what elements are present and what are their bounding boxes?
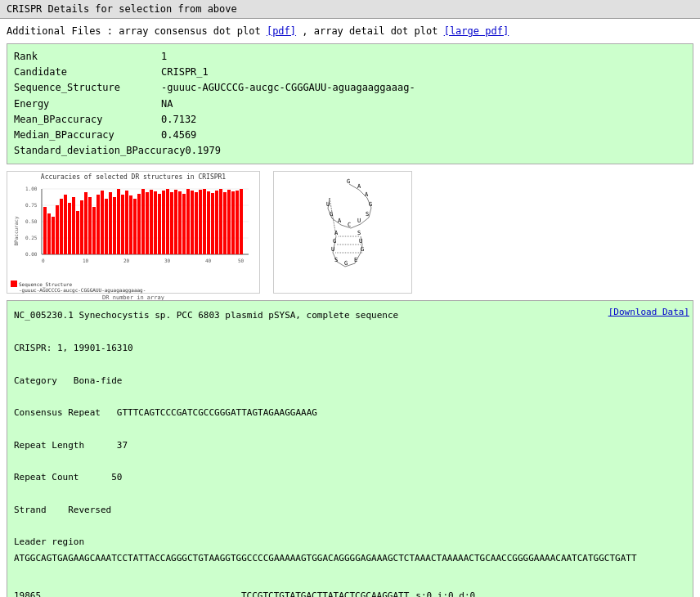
repeat-length-value: 37 — [117, 440, 128, 451]
svg-line-90 — [361, 218, 369, 224]
svg-rect-55 — [219, 189, 222, 254]
repeat-count-label: Repeat Count — [14, 472, 79, 483]
large-pdf-link[interactable]: [large pdf] — [444, 25, 509, 37]
svg-rect-12 — [43, 207, 47, 254]
structure-chart: G A A G S U C A G U A S G U U G S G E — [273, 171, 412, 294]
info-box: Rank 1 Candidate CRISPR_1 Sequence_Struc… — [7, 43, 693, 164]
svg-line-91 — [351, 224, 361, 228]
svg-rect-57 — [227, 190, 231, 254]
svg-rect-23 — [88, 197, 92, 254]
y-axis-label: BPaccuracy — [13, 216, 19, 245]
sequence-label: Sequence_Structure — [14, 80, 161, 96]
svg-text:0.75: 0.75 — [25, 202, 38, 208]
median-label: Median_BPaccuracy — [14, 128, 161, 143]
rank-label: Rank — [14, 49, 161, 65]
svg-rect-60 — [240, 189, 243, 254]
std-label: Standard_deviation_BPaccuracy — [14, 143, 186, 159]
svg-text:10: 10 — [83, 258, 89, 263]
genome-line: NC_005230.1 Synechocystis sp. PCC 6803 p… — [14, 307, 686, 324]
svg-rect-47 — [186, 189, 190, 254]
svg-text:50: 50 — [238, 258, 245, 263]
svg-text:A: A — [365, 191, 369, 198]
legend-detail: -guuuc-AGUCCCG-aucgc-CGGGAUU-aguagaaggaa… — [11, 287, 256, 293]
data-section[interactable]: [Download Data] NC_005230.1 Synechocysti… — [7, 300, 693, 597]
sequence-row: Sequence_Structure -guuuc-AGUCCCG-aucgc-… — [14, 80, 686, 96]
candidate-label: Candidate — [14, 65, 161, 80]
sequence-row: 19865...............................TCCG… — [14, 590, 686, 597]
svg-text:A: A — [357, 183, 361, 190]
svg-text:G: G — [369, 201, 372, 208]
window-title: CRISPR Details for selection from above — [0, 0, 700, 19]
legend-color-swatch — [11, 281, 17, 287]
svg-rect-58 — [231, 191, 235, 254]
svg-rect-31 — [121, 195, 124, 254]
structure-svg: G A A G S U C A G U A S G U U G S G E — [277, 173, 408, 292]
svg-text:0.50: 0.50 — [25, 218, 38, 224]
svg-rect-37 — [146, 192, 149, 254]
svg-rect-15 — [56, 205, 59, 254]
svg-rect-56 — [223, 192, 227, 254]
seq-bases: TCCGTCTGTATGACTTATACTCGCAAGGATT — [241, 590, 409, 597]
svg-rect-48 — [191, 191, 194, 254]
svg-rect-35 — [137, 194, 141, 254]
svg-rect-50 — [199, 190, 202, 254]
svg-rect-38 — [150, 190, 153, 254]
pdf-link[interactable]: [pdf] — [267, 25, 296, 37]
svg-line-89 — [369, 208, 371, 218]
svg-text:1.00: 1.00 — [25, 186, 38, 191]
svg-rect-19 — [72, 197, 75, 254]
svg-rect-59 — [236, 191, 239, 254]
svg-rect-17 — [64, 195, 67, 254]
download-link[interactable]: [Download Data] — [608, 304, 689, 321]
crispr-info-line: CRISPR: 1, 19901-16310 — [14, 340, 686, 357]
svg-text:U: U — [357, 218, 361, 224]
array-detail-label: array detail dot plot — [314, 25, 438, 37]
energy-row: Energy NA — [14, 97, 686, 112]
svg-rect-21 — [80, 200, 83, 254]
svg-text:G: G — [344, 260, 348, 267]
svg-rect-42 — [166, 189, 169, 254]
svg-text:30: 30 — [164, 258, 171, 263]
svg-rect-16 — [60, 199, 63, 254]
svg-rect-40 — [158, 194, 161, 254]
mean-value: 0.7132 — [161, 112, 196, 128]
svg-rect-28 — [109, 192, 112, 254]
mean-label: Mean_BPaccuracy — [14, 112, 161, 128]
energy-value: NA — [161, 97, 173, 112]
detail-label: , — [302, 25, 313, 37]
svg-rect-51 — [203, 189, 206, 254]
bar-chart-title: Accuracies of selected DR structures in … — [7, 172, 259, 182]
additional-files-section: Additional Files : array consensus dot p… — [7, 25, 693, 37]
strand-line: Strand Reversed — [14, 502, 686, 518]
svg-rect-30 — [117, 189, 120, 254]
candidate-row: Candidate CRISPR_1 — [14, 65, 686, 80]
repeat-count-line: Repeat Count 50 — [14, 469, 686, 486]
chart-legend: Sequence_Structure -guuuc-AGUCCCG-aucgc-… — [7, 279, 259, 294]
candidate-value: CRISPR_1 — [161, 65, 209, 80]
svg-rect-52 — [207, 191, 210, 254]
std-value: 0.1979 — [186, 143, 221, 159]
svg-rect-24 — [92, 207, 96, 254]
svg-rect-44 — [174, 190, 177, 254]
svg-rect-54 — [215, 191, 218, 254]
svg-rect-39 — [154, 191, 157, 254]
svg-rect-27 — [105, 199, 108, 254]
svg-rect-34 — [133, 199, 137, 254]
consensus-value: GTTTCAGTCCCGATCGCCGGGATTAGTAGAAGGAAAG — [117, 407, 317, 418]
bar-chart-container: Accuracies of selected DR structures in … — [7, 171, 260, 294]
strand-value: Reversed — [68, 505, 111, 515]
repeat-length-label: Repeat Length — [14, 440, 84, 451]
category-value: Bona-fide — [74, 375, 123, 386]
rank-row: Rank 1 — [14, 49, 686, 65]
svg-text:0: 0 — [42, 258, 45, 263]
rank-value: 1 — [161, 49, 167, 65]
svg-rect-22 — [84, 192, 88, 254]
additional-files-label: Additional Files : array consensus dot p… — [7, 25, 261, 37]
svg-rect-18 — [68, 203, 71, 254]
svg-rect-33 — [129, 195, 132, 254]
svg-text:40: 40 — [205, 258, 212, 263]
charts-row: Accuracies of selected DR structures in … — [7, 171, 693, 294]
svg-text:0.25: 0.25 — [25, 235, 38, 240]
repeat-length-line: Repeat Length 37 — [14, 438, 686, 454]
sequence-value: -guuuc-AGUCCCG-aucgc-CGGGAUU-aguagaaggaa… — [161, 80, 415, 96]
